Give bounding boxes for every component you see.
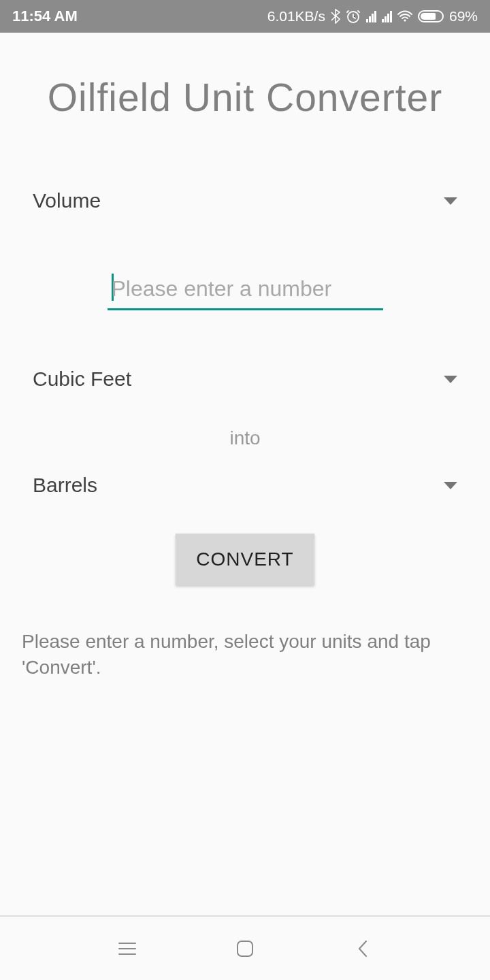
chevron-down-icon xyxy=(444,482,457,489)
back-button[interactable] xyxy=(353,938,373,959)
to-unit-value: Barrels xyxy=(33,474,97,497)
status-time: 11:54 AM xyxy=(12,7,78,25)
signal-icon-2 xyxy=(382,10,392,22)
from-unit-dropdown[interactable]: Cubic Feet xyxy=(33,363,457,395)
category-dropdown-value: Volume xyxy=(33,189,101,212)
helper-text: Please enter a number, select your units… xyxy=(22,629,457,681)
signal-icon xyxy=(366,10,376,22)
status-data-rate: 6.01KB/s xyxy=(267,8,325,24)
main-content: Oilfield Unit Converter Volume Cubic Fee… xyxy=(0,75,490,681)
from-unit-value: Cubic Feet xyxy=(33,368,131,391)
chevron-down-icon xyxy=(444,376,457,383)
status-battery-pct: 69% xyxy=(449,8,478,24)
recent-apps-button[interactable] xyxy=(117,938,137,959)
battery-icon xyxy=(418,10,444,22)
home-button[interactable] xyxy=(235,938,255,959)
chevron-down-icon xyxy=(444,197,457,205)
wifi-icon xyxy=(397,10,412,22)
alarm-icon xyxy=(346,9,361,24)
convert-button[interactable]: CONVERT xyxy=(176,534,314,585)
svg-rect-2 xyxy=(238,941,252,956)
to-unit-dropdown[interactable]: Barrels xyxy=(33,470,457,501)
status-right: 6.01KB/s 69% xyxy=(267,8,478,24)
status-bar: 11:54 AM 6.01KB/s 69% xyxy=(0,0,490,33)
page-title: Oilfield Unit Converter xyxy=(33,75,457,120)
number-input-container xyxy=(33,270,457,310)
into-label: into xyxy=(33,427,457,449)
category-dropdown[interactable]: Volume xyxy=(33,185,457,216)
navigation-bar xyxy=(0,915,490,980)
number-input[interactable] xyxy=(108,270,383,310)
bluetooth-icon xyxy=(331,9,340,24)
svg-point-1 xyxy=(404,19,406,21)
